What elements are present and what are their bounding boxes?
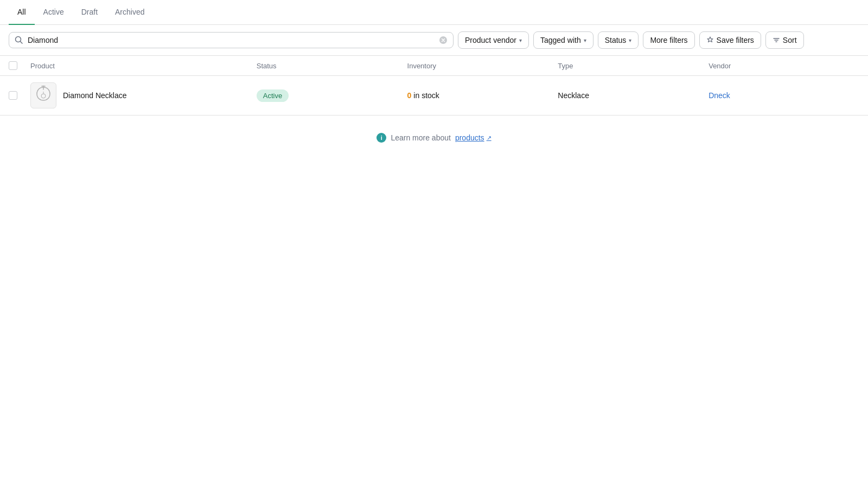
tab-draft[interactable]: Draft [73, 0, 106, 25]
sort-button[interactable]: Sort [765, 31, 804, 49]
column-header-product: Product [30, 62, 257, 70]
search-input[interactable] [28, 36, 435, 44]
tab-active[interactable]: Active [35, 0, 73, 25]
search-icon [15, 36, 23, 44]
column-header-inventory: Inventory [407, 62, 558, 70]
product-name: Diamond Necklace [63, 91, 127, 100]
toolbar: Product vendor ▾ Tagged with ▾ Status ▾ … [0, 25, 868, 55]
search-container [9, 32, 454, 48]
info-icon: i [376, 133, 386, 143]
select-all-checkbox[interactable] [9, 61, 17, 70]
product-cell: Diamond Necklace [30, 82, 257, 108]
tab-all[interactable]: All [9, 0, 35, 25]
row-checkbox[interactable] [9, 91, 17, 100]
more-filters-button[interactable]: More filters [643, 31, 694, 49]
status-badge: Active [257, 89, 289, 102]
product-vendor-filter[interactable]: Product vendor ▾ [458, 31, 529, 49]
products-table: Product Status Inventory Type Vendor [0, 55, 868, 115]
inventory-count: 0 [407, 91, 412, 100]
column-header-type: Type [558, 62, 709, 70]
product-vendor-cell: Dneck [709, 91, 859, 100]
external-link-icon: ↗ [487, 134, 492, 142]
page-wrapper: All Active Draft Archived Product vendor [0, 0, 868, 488]
table-row[interactable]: Diamond Necklace Active 0 in stock Neckl… [0, 76, 868, 115]
learn-more-section: i Learn more about products ↗ [0, 115, 868, 160]
inventory-label: in stock [413, 91, 439, 100]
chevron-down-icon: ▾ [584, 37, 586, 43]
product-inventory-cell: 0 in stock [407, 91, 558, 100]
save-filters-button[interactable]: Save filters [699, 31, 761, 49]
vendor-link[interactable]: Dneck [709, 91, 730, 100]
product-type-cell: Necklace [558, 91, 709, 100]
column-header-vendor: Vendor [709, 62, 859, 70]
table-header: Product Status Inventory Type Vendor [0, 56, 868, 76]
tab-archived[interactable]: Archived [106, 0, 153, 25]
product-status-cell: Active [257, 89, 407, 102]
svg-point-2 [41, 94, 46, 98]
tabs-bar: All Active Draft Archived [0, 0, 868, 25]
learn-more-text: Learn more about [391, 133, 451, 142]
status-filter[interactable]: Status ▾ [598, 31, 639, 49]
products-link[interactable]: products ↗ [455, 133, 492, 142]
chevron-down-icon: ▾ [519, 37, 522, 43]
chevron-down-icon: ▾ [629, 37, 631, 43]
column-header-status: Status [257, 62, 407, 70]
product-thumbnail [30, 82, 56, 108]
tagged-with-filter[interactable]: Tagged with ▾ [533, 31, 593, 49]
clear-search-button[interactable] [439, 36, 448, 44]
